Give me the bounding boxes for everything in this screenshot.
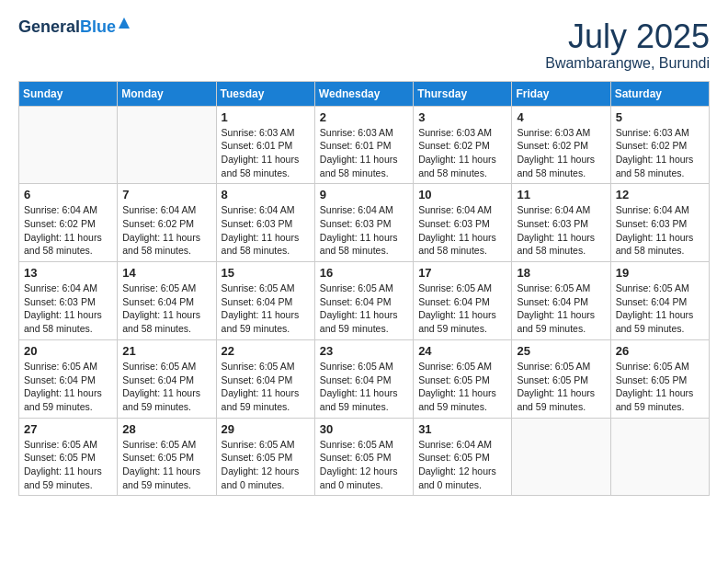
day-info: Sunrise: 6:04 AM Sunset: 6:03 PM Dayligh… bbox=[418, 203, 506, 258]
weekday-header-friday: Friday bbox=[512, 81, 610, 106]
day-info: Sunrise: 6:05 AM Sunset: 6:04 PM Dayligh… bbox=[517, 282, 605, 336]
calendar-cell: 4Sunrise: 6:03 AM Sunset: 6:02 PM Daylig… bbox=[512, 106, 610, 184]
calendar-cell: 2Sunrise: 6:03 AM Sunset: 6:01 PM Daylig… bbox=[314, 106, 413, 184]
calendar-cell: 30Sunrise: 6:05 AM Sunset: 6:05 PM Dayli… bbox=[314, 418, 413, 496]
day-number: 16 bbox=[320, 266, 408, 280]
calendar-cell: 16Sunrise: 6:05 AM Sunset: 6:04 PM Dayli… bbox=[314, 262, 413, 340]
calendar-week-row: 27Sunrise: 6:05 AM Sunset: 6:05 PM Dayli… bbox=[19, 418, 710, 496]
day-number: 17 bbox=[418, 266, 506, 280]
day-number: 2 bbox=[320, 110, 408, 124]
day-info: Sunrise: 6:05 AM Sunset: 6:04 PM Dayligh… bbox=[222, 360, 310, 414]
calendar-week-row: 1Sunrise: 6:03 AM Sunset: 6:01 PM Daylig… bbox=[19, 106, 710, 184]
weekday-header-saturday: Saturday bbox=[610, 81, 709, 106]
day-info: Sunrise: 6:05 AM Sunset: 6:05 PM Dayligh… bbox=[320, 438, 408, 492]
logo-blue: Blue bbox=[80, 17, 116, 36]
day-number: 9 bbox=[320, 188, 408, 201]
day-info: Sunrise: 6:04 AM Sunset: 6:03 PM Dayligh… bbox=[616, 203, 704, 258]
day-info: Sunrise: 6:03 AM Sunset: 6:02 PM Dayligh… bbox=[517, 126, 605, 180]
calendar-cell: 13Sunrise: 6:04 AM Sunset: 6:03 PM Dayli… bbox=[19, 262, 118, 340]
day-number: 26 bbox=[616, 344, 704, 358]
day-number: 8 bbox=[222, 188, 310, 201]
calendar-cell: 7Sunrise: 6:04 AM Sunset: 6:02 PM Daylig… bbox=[118, 184, 216, 262]
day-info: Sunrise: 6:05 AM Sunset: 6:04 PM Dayligh… bbox=[122, 360, 210, 414]
day-info: Sunrise: 6:05 AM Sunset: 6:05 PM Dayligh… bbox=[616, 360, 704, 414]
day-info: Sunrise: 6:04 AM Sunset: 6:03 PM Dayligh… bbox=[320, 203, 408, 258]
calendar-cell: 17Sunrise: 6:05 AM Sunset: 6:04 PM Dayli… bbox=[414, 262, 512, 340]
day-number: 24 bbox=[418, 344, 506, 358]
svg-marker-0 bbox=[119, 17, 130, 29]
day-number: 22 bbox=[222, 344, 310, 358]
day-number: 18 bbox=[517, 266, 605, 280]
day-number: 6 bbox=[24, 188, 112, 201]
day-info: Sunrise: 6:05 AM Sunset: 6:04 PM Dayligh… bbox=[122, 282, 210, 336]
day-number: 25 bbox=[517, 344, 605, 358]
month-title: July 2025 bbox=[545, 18, 710, 55]
day-number: 30 bbox=[320, 422, 408, 436]
calendar-cell: 26Sunrise: 6:05 AM Sunset: 6:05 PM Dayli… bbox=[610, 339, 709, 418]
calendar-cell: 3Sunrise: 6:03 AM Sunset: 6:02 PM Daylig… bbox=[414, 106, 512, 184]
day-info: Sunrise: 6:05 AM Sunset: 6:05 PM Dayligh… bbox=[517, 360, 605, 414]
day-number: 29 bbox=[222, 422, 310, 436]
day-number: 3 bbox=[418, 110, 506, 124]
calendar-cell: 28Sunrise: 6:05 AM Sunset: 6:05 PM Dayli… bbox=[118, 418, 216, 496]
day-number: 11 bbox=[517, 188, 605, 201]
day-number: 13 bbox=[24, 266, 112, 280]
day-info: Sunrise: 6:03 AM Sunset: 6:02 PM Dayligh… bbox=[418, 126, 506, 180]
day-info: Sunrise: 6:04 AM Sunset: 6:05 PM Dayligh… bbox=[418, 438, 506, 492]
day-number: 15 bbox=[222, 266, 310, 280]
logo-icon bbox=[118, 17, 131, 29]
day-info: Sunrise: 6:05 AM Sunset: 6:04 PM Dayligh… bbox=[418, 282, 506, 336]
calendar-cell: 10Sunrise: 6:04 AM Sunset: 6:03 PM Dayli… bbox=[414, 184, 512, 262]
day-number: 12 bbox=[616, 188, 704, 201]
day-number: 4 bbox=[517, 110, 605, 124]
day-info: Sunrise: 6:04 AM Sunset: 6:03 PM Dayligh… bbox=[24, 282, 112, 336]
calendar-week-row: 20Sunrise: 6:05 AM Sunset: 6:04 PM Dayli… bbox=[19, 339, 710, 418]
day-number: 21 bbox=[122, 344, 210, 358]
weekday-header-thursday: Thursday bbox=[414, 81, 512, 106]
day-number: 19 bbox=[616, 266, 704, 280]
weekday-header-wednesday: Wednesday bbox=[314, 81, 413, 106]
weekday-row: SundayMondayTuesdayWednesdayThursdayFrid… bbox=[19, 81, 710, 106]
day-number: 1 bbox=[222, 110, 310, 124]
calendar-cell: 23Sunrise: 6:05 AM Sunset: 6:04 PM Dayli… bbox=[314, 339, 413, 418]
calendar-cell: 6Sunrise: 6:04 AM Sunset: 6:02 PM Daylig… bbox=[19, 184, 118, 262]
day-number: 10 bbox=[418, 188, 506, 201]
calendar-body: 1Sunrise: 6:03 AM Sunset: 6:01 PM Daylig… bbox=[19, 106, 710, 496]
calendar-cell: 24Sunrise: 6:05 AM Sunset: 6:05 PM Dayli… bbox=[414, 339, 512, 418]
calendar-cell: 22Sunrise: 6:05 AM Sunset: 6:04 PM Dayli… bbox=[216, 339, 314, 418]
calendar-cell: 31Sunrise: 6:04 AM Sunset: 6:05 PM Dayli… bbox=[414, 418, 512, 496]
calendar-cell: 19Sunrise: 6:05 AM Sunset: 6:04 PM Dayli… bbox=[610, 262, 709, 340]
calendar-cell bbox=[610, 418, 709, 496]
page-header: GeneralBlue July 2025 Bwambarangwe, Buru… bbox=[18, 18, 710, 72]
weekday-header-monday: Monday bbox=[118, 81, 216, 106]
logo-general: General bbox=[18, 17, 80, 36]
day-info: Sunrise: 6:05 AM Sunset: 6:05 PM Dayligh… bbox=[418, 360, 506, 414]
calendar-cell: 21Sunrise: 6:05 AM Sunset: 6:04 PM Dayli… bbox=[118, 339, 216, 418]
day-info: Sunrise: 6:05 AM Sunset: 6:04 PM Dayligh… bbox=[320, 360, 408, 414]
day-number: 20 bbox=[24, 344, 112, 358]
calendar-cell bbox=[19, 106, 118, 184]
day-info: Sunrise: 6:05 AM Sunset: 6:05 PM Dayligh… bbox=[222, 438, 310, 492]
calendar-cell: 15Sunrise: 6:05 AM Sunset: 6:04 PM Dayli… bbox=[216, 262, 314, 340]
location-title: Bwambarangwe, Burundi bbox=[545, 55, 710, 72]
title-section: July 2025 Bwambarangwe, Burundi bbox=[545, 18, 710, 72]
weekday-header-tuesday: Tuesday bbox=[216, 81, 314, 106]
calendar-cell: 1Sunrise: 6:03 AM Sunset: 6:01 PM Daylig… bbox=[216, 106, 314, 184]
logo: GeneralBlue bbox=[18, 18, 116, 36]
calendar-week-row: 13Sunrise: 6:04 AM Sunset: 6:03 PM Dayli… bbox=[19, 262, 710, 340]
day-number: 14 bbox=[122, 266, 210, 280]
calendar-cell: 20Sunrise: 6:05 AM Sunset: 6:04 PM Dayli… bbox=[19, 339, 118, 418]
calendar-cell: 25Sunrise: 6:05 AM Sunset: 6:05 PM Dayli… bbox=[512, 339, 610, 418]
calendar-cell: 14Sunrise: 6:05 AM Sunset: 6:04 PM Dayli… bbox=[118, 262, 216, 340]
calendar-cell bbox=[118, 106, 216, 184]
calendar-cell: 29Sunrise: 6:05 AM Sunset: 6:05 PM Dayli… bbox=[216, 418, 314, 496]
day-number: 28 bbox=[122, 422, 210, 436]
day-info: Sunrise: 6:04 AM Sunset: 6:02 PM Dayligh… bbox=[122, 203, 210, 258]
day-info: Sunrise: 6:04 AM Sunset: 6:02 PM Dayligh… bbox=[24, 203, 112, 258]
day-info: Sunrise: 6:04 AM Sunset: 6:03 PM Dayligh… bbox=[517, 203, 605, 258]
day-info: Sunrise: 6:05 AM Sunset: 6:05 PM Dayligh… bbox=[24, 438, 112, 492]
day-info: Sunrise: 6:03 AM Sunset: 6:01 PM Dayligh… bbox=[222, 126, 310, 180]
calendar-cell: 12Sunrise: 6:04 AM Sunset: 6:03 PM Dayli… bbox=[610, 184, 709, 262]
day-number: 27 bbox=[24, 422, 112, 436]
day-number: 5 bbox=[616, 110, 704, 124]
